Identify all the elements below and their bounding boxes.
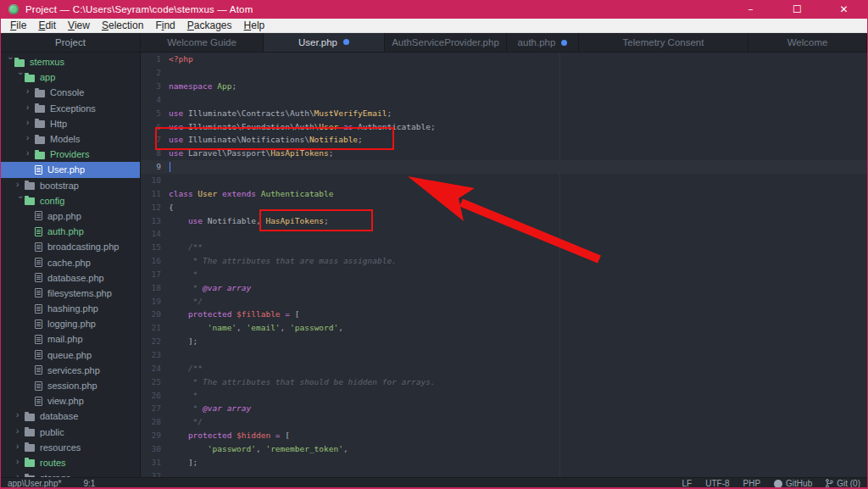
code-line-14[interactable]: 14	[141, 227, 867, 241]
tree-item-filesystems-php[interactable]: filesystems.php	[1, 286, 140, 301]
menu-find[interactable]: Find	[149, 19, 181, 32]
status-indicator-php[interactable]: PHP	[743, 479, 761, 487]
file-icon	[35, 211, 42, 220]
code-line-2[interactable]: 2	[141, 66, 867, 80]
tree-item-app-php[interactable]: app.php	[1, 208, 140, 224]
line-number: 28	[141, 417, 169, 426]
menu-view[interactable]: View	[62, 19, 96, 32]
tab-authserviceprovider-php[interactable]: AuthServiceProvider.php	[385, 33, 507, 52]
minimize-button[interactable]: –	[727, 0, 774, 19]
file-icon	[35, 320, 42, 329]
tree-item-resources[interactable]: ›resources	[1, 440, 140, 455]
tree-item-services-php[interactable]: services.php	[1, 363, 140, 378]
tree-item-queue-php[interactable]: queue.php	[1, 347, 140, 363]
menu-packages[interactable]: Packages	[181, 19, 238, 32]
title-bar[interactable]: Project — C:\Users\Seyram\code\stemxus —…	[1, 0, 867, 19]
code-line-30[interactable]: 30 'password', 'remember_token',	[141, 442, 867, 455]
close-button[interactable]: ✕	[821, 0, 867, 19]
code-line-10[interactable]: 10	[141, 174, 867, 187]
code-line-32[interactable]: 32	[141, 469, 867, 477]
code-line-8[interactable]: 8use Laravel\Passport\HasApiTokens;	[141, 147, 867, 160]
github-status-button[interactable]: GitHub	[774, 479, 812, 487]
tree-item-storage[interactable]: ›storage	[1, 470, 140, 477]
status-indicator-lf[interactable]: LF	[682, 479, 693, 487]
tree-item-exceptions[interactable]: ›Exceptions	[1, 101, 140, 116]
code-line-9[interactable]: 9	[141, 160, 867, 174]
text-editor[interactable]: 1<?php23namespace App;45use Illuminate\C…	[141, 53, 867, 477]
tab-user-php[interactable]: User.php	[264, 33, 385, 52]
code-line-19[interactable]: 19 */	[141, 294, 867, 308]
status-cursor-position[interactable]: 9:1	[83, 479, 95, 487]
code-line-20[interactable]: 20 protected $fillable = [	[141, 308, 867, 321]
tree-item-database-php[interactable]: database.php	[1, 270, 140, 286]
tree-item-mail-php[interactable]: mail.php	[1, 331, 140, 347]
code-line-15[interactable]: 15 /**	[141, 241, 867, 254]
tree-item-stemxus[interactable]: ›stemxus	[1, 54, 140, 69]
code-line-18[interactable]: 18 * @var array	[141, 281, 867, 294]
tab-label: Welcome Guide	[167, 37, 236, 47]
tree-item-logging-php[interactable]: logging.php	[1, 316, 140, 331]
code-line-7[interactable]: 7use Illuminate\Notifications\Notifiable…	[141, 133, 867, 147]
tree-item-hashing-php[interactable]: hashing.php	[1, 301, 140, 316]
tree-item-user-php[interactable]: User.php	[1, 162, 140, 177]
tree-item-routes[interactable]: ›routes	[1, 455, 140, 470]
code-line-6[interactable]: 6use Illuminate\Foundation\Auth\User as …	[141, 119, 867, 133]
code-line-17[interactable]: 17 *	[141, 268, 867, 281]
code-line-1[interactable]: 1<?php	[141, 53, 867, 66]
maximize-button[interactable]: ☐	[774, 0, 821, 19]
menu-file[interactable]: File	[4, 19, 32, 32]
file-icon	[35, 227, 42, 236]
menu-edit[interactable]: Edit	[32, 19, 62, 32]
tree-item-database[interactable]: ›database	[1, 408, 140, 424]
tree-item-http[interactable]: ›Http	[1, 116, 140, 131]
code-line-16[interactable]: 16 * The attributes that are mass assign…	[141, 254, 867, 268]
tree-item-models[interactable]: ›Models	[1, 131, 140, 147]
tab-welcome-guide[interactable]: Welcome Guide	[141, 33, 264, 52]
tab-auth-php[interactable]: auth.php	[507, 33, 579, 52]
code-line-25[interactable]: 25 * The attributes that should be hidde…	[141, 375, 867, 388]
code-line-26[interactable]: 26 *	[141, 388, 867, 402]
code-line-24[interactable]: 24 /**	[141, 361, 867, 375]
code-line-13[interactable]: 13 use Notifiable, HasApiTokens;	[141, 214, 867, 227]
code-line-22[interactable]: 22 ];	[141, 335, 867, 348]
tree-item-console[interactable]: ›Console	[1, 85, 140, 100]
tree-item-app[interactable]: ›app	[1, 69, 140, 85]
menu-help[interactable]: Help	[238, 19, 271, 32]
code-line-11[interactable]: 11class User extends Authenticatable	[141, 186, 867, 200]
tab-label: Welcome	[787, 37, 828, 47]
code-text: {	[169, 203, 174, 212]
code-line-5[interactable]: 5use Illuminate\Contracts\Auth\MustVerif…	[141, 106, 867, 119]
code-line-31[interactable]: 31 ];	[141, 455, 867, 469]
tree-item-bootstrap[interactable]: ›bootstrap	[1, 178, 140, 193]
code-line-28[interactable]: 28 */	[141, 415, 867, 429]
code-line-21[interactable]: 21 'name', 'email', 'password',	[141, 321, 867, 335]
tab-welcome[interactable]: Welcome	[748, 33, 867, 52]
tree-item-session-php[interactable]: session.php	[1, 378, 140, 393]
tree-item-label: bootstrap	[40, 181, 79, 191]
chevron-right-icon: ›	[26, 119, 35, 127]
tab-telemetry-consent[interactable]: Telemetry Consent	[579, 33, 748, 52]
line-number: 15	[141, 242, 169, 252]
code-line-12[interactable]: 12{	[141, 200, 867, 214]
line-number: 6	[141, 122, 169, 131]
code-line-3[interactable]: 3namespace App;	[141, 80, 867, 93]
tree-item-public[interactable]: ›public	[1, 425, 140, 440]
tree-item-providers[interactable]: ›Providers	[1, 147, 140, 162]
code-line-4[interactable]: 4	[141, 93, 867, 107]
git-label: Git (0)	[837, 479, 860, 487]
git-status-button[interactable]: Git (0)	[826, 479, 860, 487]
tree-item-view-php[interactable]: view.php	[1, 393, 140, 408]
status-indicator-utf-8[interactable]: UTF-8	[705, 479, 729, 487]
menu-bar: FileEditViewSelectionFindPackagesHelp	[1, 19, 867, 33]
tree-item-auth-php[interactable]: auth.php	[1, 224, 140, 239]
status-file-path[interactable]: app\User.php*	[8, 479, 61, 487]
project-pane-tab[interactable]: Project	[1, 33, 141, 53]
code-line-23[interactable]: 23	[141, 348, 867, 362]
tree-item-config[interactable]: ›config	[1, 193, 140, 208]
text-cursor	[170, 162, 170, 172]
code-line-27[interactable]: 27 * @var array	[141, 402, 867, 415]
menu-selection[interactable]: Selection	[96, 19, 149, 32]
tree-item-broadcasting-php[interactable]: broadcasting.php	[1, 239, 140, 254]
tree-item-cache-php[interactable]: cache.php	[1, 254, 140, 270]
code-line-29[interactable]: 29 protected $hidden = [	[141, 429, 867, 442]
